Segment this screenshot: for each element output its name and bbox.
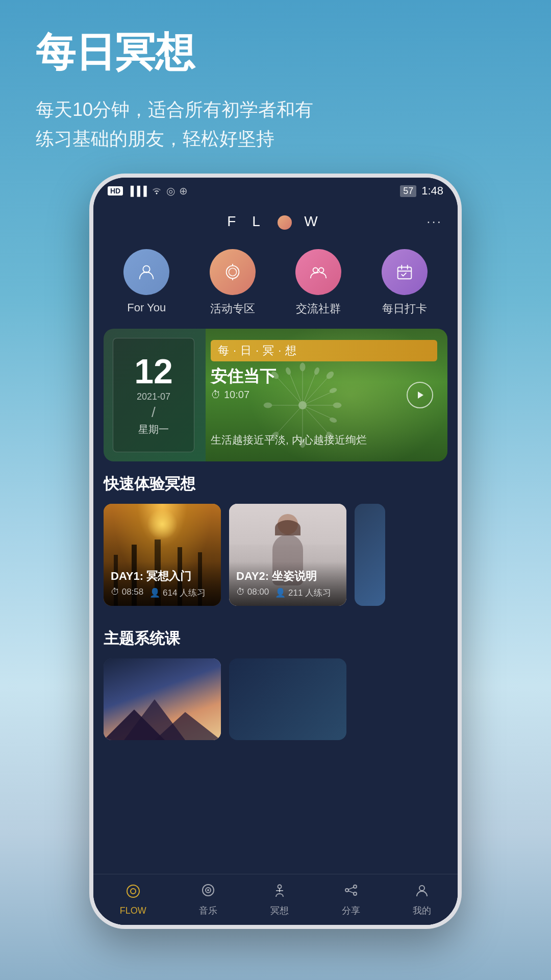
bottom-nav-profile[interactable]: 我的 [413, 883, 431, 917]
bottom-nav-meditation-label: 冥想 [270, 904, 289, 917]
sun-glow [147, 509, 178, 540]
theme-section-title: 主题系统课 [93, 618, 458, 658]
daily-tag: 每·日·冥·想 [211, 340, 437, 361]
nav-label-checkin: 每日打卡 [382, 301, 427, 316]
quick-cards-row: DAY1: 冥想入门 ⏱ 08:58 👤 614 人练习 [93, 504, 458, 618]
bottom-nav-profile-label: 我的 [413, 904, 431, 917]
hd-badge: HD [108, 186, 123, 195]
svg-point-31 [285, 367, 291, 375]
theme-card-2[interactable] [229, 658, 346, 740]
nav-item-activity[interactable]: 活动专区 [210, 249, 256, 316]
bottom-nav-flow[interactable]: FLOW [120, 884, 146, 916]
theme-card-gradient [104, 658, 221, 740]
nav-item-for-you[interactable]: For You [123, 249, 169, 316]
calendar-icon [395, 262, 414, 282]
card-2-overlay: DAY2: 坐姿说明 ⏱ 08:00 👤 211 人练习 [229, 561, 346, 606]
svg-point-0 [143, 266, 150, 273]
quick-section-title: 快速体验冥想 [93, 474, 458, 504]
flow-nav-icon [126, 884, 141, 902]
meditation-nav-icon [272, 883, 287, 901]
nav-item-community[interactable]: 交流社群 [295, 249, 341, 316]
date-panel: 12 2021-07 / 星期一 [113, 338, 194, 452]
top-nav: F L W ··· [93, 204, 458, 239]
svg-point-46 [131, 889, 136, 894]
for-you-icon-circle [123, 249, 169, 295]
daily-meditation-card[interactable]: 12 2021-07 / 星期一 [104, 329, 447, 461]
person-hair [275, 520, 300, 535]
svg-point-53 [354, 885, 357, 888]
profile-nav-icon [414, 883, 430, 901]
status-left: HD ▐▐▐ ◎ ⊕ [108, 185, 188, 197]
status-bar: HD ▐▐▐ ◎ ⊕ 57 1:48 [93, 178, 458, 204]
svg-rect-7 [397, 267, 411, 279]
bottom-nav-meditation[interactable]: 冥想 [270, 883, 289, 917]
quick-card-2[interactable]: DAY2: 坐姿说明 ⏱ 08:00 👤 211 人练习 [229, 504, 346, 606]
svg-line-57 [348, 891, 354, 893]
share-icon [343, 883, 359, 898]
card-1-students: 👤 614 人练习 [149, 587, 206, 599]
clock: 1:48 [421, 184, 443, 198]
status-right: 57 1:48 [400, 184, 443, 198]
battery-level: 57 [400, 185, 416, 197]
clock-icon-small: ⏱ [211, 389, 221, 401]
person-icon [137, 262, 156, 282]
card-1-overlay: DAY1: 冥想入门 ⏱ 08:58 👤 614 人练习 [104, 561, 221, 606]
date-weekday: 星期一 [138, 423, 169, 436]
bottom-nav: FLOW 音乐 [93, 874, 458, 925]
nav-item-checkin[interactable]: 每日打卡 [382, 249, 428, 316]
checkin-icon-circle [382, 249, 428, 295]
logo-circle [278, 215, 292, 230]
svg-point-49 [207, 889, 209, 891]
community-icon [309, 262, 328, 282]
quick-card-3[interactable] [355, 504, 385, 606]
svg-point-29 [314, 367, 320, 375]
svg-line-56 [348, 888, 354, 890]
svg-point-55 [354, 892, 357, 895]
card-1-title: DAY1: 冥想入门 [111, 569, 214, 584]
location-icon: ◎ [166, 185, 175, 197]
svg-marker-36 [418, 391, 423, 399]
music-nav-icon [201, 883, 216, 901]
svg-point-58 [419, 886, 424, 891]
svg-point-5 [313, 267, 318, 273]
card-2-duration: ⏱ 08:00 [236, 587, 269, 599]
signal-icon: ▐▐▐ [127, 186, 146, 197]
svg-point-13 [300, 363, 305, 371]
play-button[interactable] [407, 382, 433, 408]
nav-label-community: 交流社群 [296, 301, 341, 316]
flow-icon [126, 884, 141, 899]
date-year: 2021-07 [137, 391, 170, 402]
svg-line-34 [303, 405, 331, 418]
quick-card-1[interactable]: DAY1: 冥想入门 ⏱ 08:58 👤 614 人练习 [104, 504, 221, 606]
quick-nav: For You 活动专区 [93, 239, 458, 329]
svg-point-45 [127, 885, 139, 897]
svg-line-30 [290, 374, 303, 405]
more-button[interactable]: ··· [427, 214, 442, 230]
svg-line-22 [277, 405, 303, 433]
meditation-icon [272, 883, 287, 898]
mountain-svg [104, 689, 221, 740]
nav-label-for-you: For You [127, 301, 166, 314]
date-number: 12 [134, 354, 173, 388]
bottom-nav-share-label: 分享 [342, 904, 360, 917]
wechat-icon: ⊕ [179, 185, 188, 197]
svg-point-6 [319, 267, 324, 273]
bottom-nav-share[interactable]: 分享 [342, 883, 360, 917]
activity-icon [223, 262, 242, 282]
svg-point-50 [278, 885, 281, 889]
date-divider: / [152, 404, 156, 421]
bottom-nav-music[interactable]: 音乐 [199, 883, 217, 917]
play-icon [414, 389, 426, 401]
page-header: 每日冥想 每天10分钟，适合所有初学者和有 练习基础的朋友，轻松好坚持 [36, 31, 515, 154]
music-icon [201, 883, 216, 898]
card-2-students: 👤 211 人练习 [275, 587, 331, 599]
activity-icon-circle [210, 249, 256, 295]
bottom-nav-flow-label: FLOW [120, 905, 146, 916]
profile-icon [414, 883, 430, 898]
daily-description: 生活越接近平淡, 内心越接近绚烂 [211, 433, 437, 447]
community-icon-circle [295, 249, 341, 295]
theme-card-1[interactable] [104, 658, 221, 740]
page-title: 每日冥想 [36, 31, 515, 75]
svg-point-54 [345, 889, 348, 892]
app-content: F L W ··· For You [93, 204, 458, 925]
